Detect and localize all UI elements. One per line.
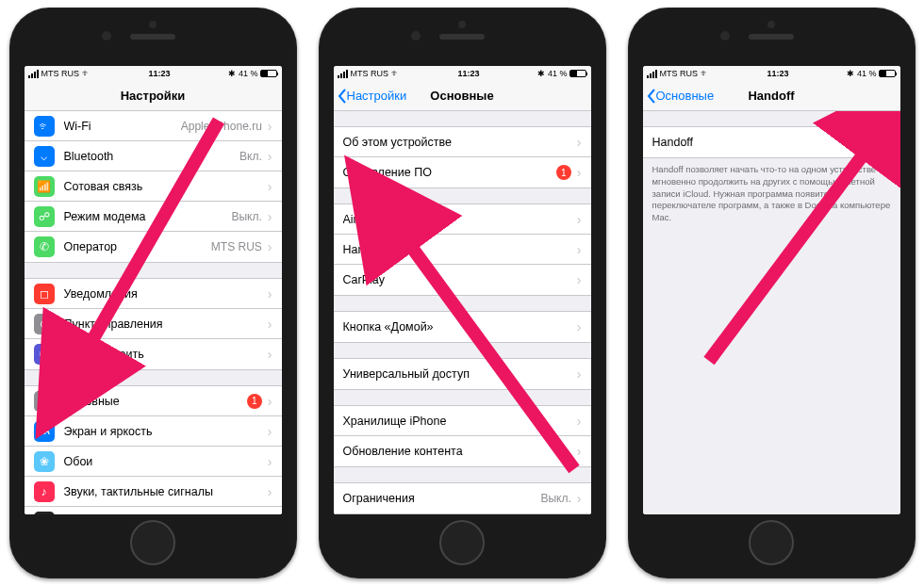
back-label: Основные: [656, 89, 715, 103]
carrier-label: MTS RUS: [660, 69, 699, 78]
notification-badge: 1: [247, 394, 262, 409]
battery-icon: [879, 70, 896, 77]
settings-row[interactable]: Обновление контента›: [334, 436, 591, 466]
general-list[interactable]: Об этом устройстве›Обновление ПО1› AirDr…: [334, 111, 591, 514]
row-icon: ⚙: [34, 391, 55, 412]
settings-row[interactable]: ◻Уведомления›: [25, 279, 282, 309]
battery-icon: [569, 70, 586, 77]
chevron-right-icon: ›: [577, 491, 582, 506]
row-icon: ⊙: [34, 314, 55, 334]
status-bar: MTS RUS ᯤ 11:23 ✱ 41 %: [25, 66, 282, 81]
settings-row[interactable]: Кнопка «Домой»›: [334, 312, 591, 342]
back-button[interactable]: Настройки: [338, 81, 407, 110]
chevron-right-icon: ›: [268, 484, 272, 499]
chevron-right-icon: ›: [577, 242, 582, 257]
row-value: MTS RUS: [211, 240, 262, 253]
row-label: Обновление контента: [343, 445, 575, 458]
row-label: Универсальный доступ: [343, 367, 575, 381]
handoff-toggle-row[interactable]: Handoff: [643, 127, 900, 157]
row-label: Wi-Fi: [64, 120, 181, 133]
row-value: Apple-iPhone.ru: [181, 120, 262, 133]
signal-icon: [647, 70, 657, 78]
row-icon: ☍: [34, 206, 55, 227]
camera-dot: [720, 31, 730, 41]
row-value: Выкл.: [540, 492, 570, 505]
row-label: Об этом устройстве: [343, 136, 575, 149]
settings-row[interactable]: ⌵BluetoothВкл.›: [25, 141, 282, 171]
settings-row[interactable]: AAЭкран и яркость›: [25, 416, 282, 447]
settings-row[interactable]: Универсальный доступ›: [334, 359, 591, 389]
settings-row[interactable]: ◉Siri и Поиск›: [25, 507, 282, 514]
handoff-pane: Handoff Handoff позволяет начать что-то …: [643, 111, 900, 514]
settings-row[interactable]: ☾Не беспокоить›: [25, 339, 282, 369]
signal-icon: [28, 70, 39, 78]
row-label: CarPlay: [343, 273, 575, 286]
settings-row[interactable]: Об этом устройстве›: [334, 127, 591, 157]
row-icon: 📶: [34, 176, 55, 197]
settings-row[interactable]: ☍Режим модемаВыкл.›: [25, 202, 282, 232]
chevron-right-icon: ›: [268, 514, 272, 515]
wifi-icon: ᯤ: [701, 69, 709, 78]
phone-frame-3: MTS RUS ᯤ 11:23 ✱ 41 % Основные Handoff …: [628, 8, 916, 578]
settings-row[interactable]: ✆ОператорMTS RUS›: [25, 232, 282, 262]
bluetooth-icon: ✱: [847, 69, 854, 78]
screen-3: MTS RUS ᯤ 11:23 ✱ 41 % Основные Handoff …: [643, 66, 900, 514]
settings-row[interactable]: ⚙Основные1›: [25, 386, 282, 416]
row-label: Handoff: [343, 243, 575, 256]
settings-row[interactable]: Обновление ПО1›: [334, 157, 591, 187]
settings-row[interactable]: Хранилище iPhone›: [334, 406, 591, 436]
row-label: Обновление ПО: [343, 166, 556, 179]
chevron-right-icon: ›: [268, 347, 272, 362]
chevron-right-icon: ›: [577, 212, 582, 227]
battery-pct: 41 %: [857, 69, 877, 78]
chevron-right-icon: ›: [577, 272, 582, 287]
settings-row[interactable]: ❀Обои›: [25, 447, 282, 477]
row-icon: ✆: [34, 236, 55, 257]
chevron-right-icon: ›: [268, 179, 272, 194]
sensor-dot: [149, 21, 157, 28]
navbar: Настройки Основные: [334, 81, 591, 111]
chevron-right-icon: ›: [268, 286, 272, 301]
settings-row[interactable]: ᯤWi-FiApple-iPhone.ru›: [25, 111, 282, 141]
row-icon: AA: [34, 421, 55, 442]
row-label: Оператор: [64, 240, 211, 253]
settings-row[interactable]: AirDrop›: [334, 204, 591, 235]
settings-row[interactable]: ОграниченияВыкл.›: [334, 483, 591, 513]
settings-list[interactable]: ᯤWi-FiApple-iPhone.ru›⌵BluetoothВкл.›📶Со…: [25, 111, 282, 514]
row-icon: ❀: [34, 451, 55, 472]
toggle-switch-on[interactable]: [855, 132, 891, 153]
battery-pct: 41 %: [239, 69, 258, 78]
chevron-right-icon: ›: [577, 135, 582, 150]
chevron-right-icon: ›: [577, 319, 582, 334]
camera-dot: [411, 31, 421, 41]
page-title: Handoff: [748, 89, 794, 103]
back-button[interactable]: Основные: [647, 81, 715, 110]
settings-row[interactable]: Handoff›: [334, 235, 591, 265]
settings-row[interactable]: ♪Звуки, тактильные сигналы›: [25, 477, 282, 507]
chevron-right-icon: ›: [268, 317, 272, 332]
chevron-left-icon: [338, 89, 347, 104]
row-label: Сотовая связь: [64, 180, 266, 193]
row-label: Ограничения: [343, 492, 541, 505]
clock: 11:23: [457, 69, 479, 78]
settings-row[interactable]: ⊙Пункт управления›: [25, 309, 282, 339]
back-label: Настройки: [347, 89, 407, 103]
chevron-right-icon: ›: [268, 119, 272, 134]
row-icon: ◉: [34, 512, 55, 515]
notification-badge: 1: [556, 165, 571, 180]
sensor-dot: [767, 21, 775, 28]
settings-row[interactable]: CarPlay›: [334, 265, 591, 295]
row-icon: ☾: [34, 344, 55, 365]
chevron-right-icon: ›: [577, 366, 582, 382]
bluetooth-icon: ✱: [537, 69, 545, 78]
phone-frame-1: MTS RUS ᯤ 11:23 ✱ 41 % Настройки ᯤWi-FiA…: [9, 8, 297, 578]
navbar: Настройки: [25, 81, 282, 111]
row-value: Вкл.: [239, 150, 262, 163]
phone-frame-2: MTS RUS ᯤ 11:23 ✱ 41 % Настройки Основны…: [319, 8, 606, 578]
toggle-label: Handoff: [652, 136, 855, 149]
battery-pct: 41 %: [548, 69, 568, 78]
settings-row[interactable]: 📶Сотовая связь›: [25, 171, 282, 202]
carrier-label: MTS RUS: [351, 69, 389, 78]
wifi-icon: ᯤ: [391, 69, 400, 78]
handoff-description: Handoff позволяет начать что-то на одном…: [643, 158, 900, 224]
